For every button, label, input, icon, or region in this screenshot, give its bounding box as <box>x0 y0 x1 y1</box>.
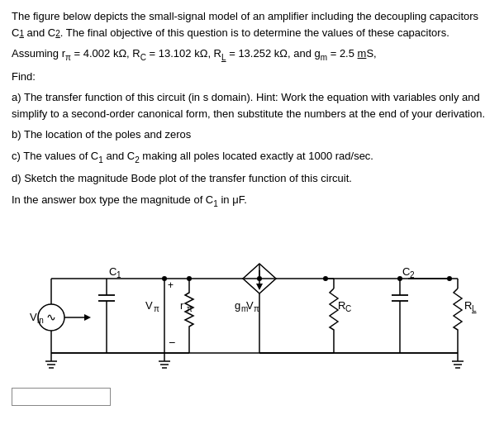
svg-text:V: V <box>145 299 153 312</box>
svg-marker-15 <box>84 314 91 321</box>
part-c: c) The values of C1 and C2 making all po… <box>12 148 492 166</box>
svg-text:R: R <box>464 299 472 312</box>
svg-text:C: C <box>402 265 410 278</box>
svg-point-27 <box>162 276 167 281</box>
svg-marker-32 <box>256 284 263 290</box>
intro-mid: and C <box>24 26 55 39</box>
svg-text:C: C <box>345 304 351 313</box>
part-a: a) The transfer function of this circuit… <box>12 89 492 122</box>
svg-text:V: V <box>30 311 37 323</box>
svg-text:in: in <box>37 316 44 325</box>
circuit-svg: V in C 1 + V π r π <box>12 222 491 379</box>
svg-text:π: π <box>254 304 259 313</box>
intro-end: . The final objective of this question i… <box>60 26 449 39</box>
svg-text:+: + <box>168 279 174 291</box>
intro-paragraph: The figure below depicts the small-signa… <box>12 8 492 41</box>
svg-text:−: − <box>169 336 175 349</box>
answer-section <box>12 388 492 406</box>
svg-text:L: L <box>472 304 477 313</box>
params-text: Assuming rπ = 4.002 kΩ, RC = 13.102 kΩ, … <box>12 47 377 60</box>
part-e: In the answer box type the magnitude of … <box>12 192 492 210</box>
svg-text:R: R <box>338 299 345 312</box>
part-d: d) Sketch the magnitude Bode plot of the… <box>12 170 492 187</box>
svg-text:V: V <box>246 299 254 312</box>
svg-point-74 <box>397 276 402 281</box>
svg-point-75 <box>447 276 452 281</box>
svg-text:g: g <box>235 299 240 312</box>
svg-text:r: r <box>180 299 184 312</box>
svg-text:π: π <box>154 304 159 313</box>
part-b: b) The location of the poles and zeros <box>12 126 492 143</box>
svg-text:C: C <box>109 265 116 278</box>
circuit-diagram: V in C 1 + V π r π <box>12 222 491 379</box>
find-label: Find: <box>12 69 492 85</box>
answer-input[interactable] <box>12 388 111 406</box>
params-paragraph: Assuming rπ = 4.002 kΩ, RC = 13.102 kΩ, … <box>12 45 492 64</box>
